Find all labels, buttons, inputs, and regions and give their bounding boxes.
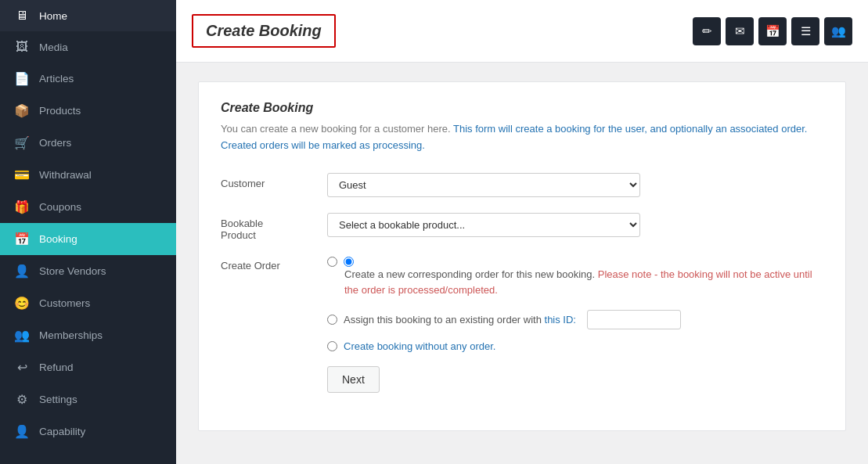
sidebar-item-label-withdrawal: Withdrawal: [39, 169, 92, 181]
content-heading: Create Booking: [221, 101, 823, 115]
topbar-icons: ✏ ✉ 📅 ☰ 👥: [693, 17, 852, 45]
sidebar-item-articles[interactable]: 📄 Articles: [0, 63, 176, 95]
home-icon: 🖥: [14, 9, 30, 23]
sidebar-item-store-vendors[interactable]: 👤 Store Vendors: [0, 255, 176, 287]
orders-icon: 🛒: [14, 135, 30, 150]
sidebar-item-label-booking: Booking: [39, 233, 77, 245]
description-start: You can create a new booking for a custo…: [221, 123, 453, 135]
sidebar-item-home[interactable]: 🖥 Home: [0, 0, 176, 31]
customer-control: Guest Existing Customer: [327, 173, 640, 197]
topbar-title-box: Create Booking: [192, 14, 336, 48]
sidebar-item-orders[interactable]: 🛒 Orders: [0, 127, 176, 159]
customer-label: Customer: [221, 173, 315, 189]
sidebar-item-coupons[interactable]: 🎁 Coupons: [0, 191, 176, 223]
radio-existing-order[interactable]: [327, 315, 337, 325]
sidebar-item-label-settings: Settings: [39, 394, 77, 405]
bookable-product-label: BookableProduct: [221, 213, 315, 241]
existing-order-id-input[interactable]: [587, 310, 681, 329]
products-icon: 📦: [14, 103, 30, 118]
order-options: Create a new corresponding order for thi…: [327, 257, 823, 394]
create-order-label: Create Order: [221, 257, 315, 394]
settings-icon: ⚙: [14, 392, 30, 407]
sidebar-item-label-orders: Orders: [39, 137, 71, 149]
sidebar-item-label-refund: Refund: [39, 361, 74, 373]
sidebar-item-label-customers: Customers: [39, 297, 90, 309]
users-icon-button[interactable]: 👥: [824, 17, 852, 45]
withdrawal-icon: 💳: [14, 167, 30, 182]
bookable-product-control: Select a bookable product...: [327, 213, 640, 237]
sidebar-item-memberships[interactable]: 👥 Memberships: [0, 319, 176, 351]
sidebar-item-refund[interactable]: ↩ Refund: [0, 351, 176, 383]
capability-icon: 👤: [14, 424, 30, 439]
refund-icon: ↩: [14, 360, 30, 375]
sidebar-item-settings[interactable]: ⚙ Settings: [0, 383, 176, 415]
customer-select[interactable]: Guest Existing Customer: [327, 173, 640, 197]
sidebar-item-booking[interactable]: 📅 Booking: [0, 223, 176, 255]
main-area: Create Booking ✏ ✉ 📅 ☰ 👥 Create Booking …: [176, 0, 868, 464]
edit-icon-button[interactable]: ✏: [693, 17, 721, 45]
radio-label-existing-order[interactable]: Assign this booking to an existing order…: [327, 310, 823, 329]
sidebar-item-withdrawal[interactable]: 💳 Withdrawal: [0, 159, 176, 191]
bookable-product-row: BookableProduct Select a bookable produc…: [221, 213, 823, 241]
radio-new-order[interactable]: [327, 257, 337, 267]
sidebar-item-products[interactable]: 📦 Products: [0, 95, 176, 127]
sidebar-item-label-products: Products: [39, 105, 81, 117]
sidebar-item-label-home: Home: [39, 10, 67, 22]
booking-icon: 📅: [14, 232, 30, 246]
store-vendors-icon: 👤: [14, 264, 30, 279]
sidebar: 🖥 Home 🖼 Media 📄 Articles 📦 Products 🛒 O…: [0, 0, 176, 464]
articles-icon: 📄: [14, 71, 30, 86]
sidebar-item-label-store-vendors: Store Vendors: [39, 265, 106, 277]
sidebar-item-customers[interactable]: 😊 Customers: [0, 287, 176, 319]
customers-icon: 😊: [14, 296, 30, 311]
order-option-none: Create booking without any order.: [327, 340, 823, 352]
calendar-icon-button[interactable]: 📅: [758, 17, 787, 45]
radio-label-new-order[interactable]: [327, 257, 823, 267]
sidebar-item-label-articles: Articles: [39, 73, 74, 85]
memberships-icon: 👥: [14, 328, 30, 343]
new-order-text: Create a new corresponding order for thi…: [344, 267, 823, 300]
sidebar-item-label-capability: Capability: [39, 426, 85, 437]
sidebar-item-label-media: Media: [39, 41, 68, 53]
order-option-new: Create a new corresponding order for thi…: [327, 257, 823, 300]
mail-icon-button[interactable]: ✉: [726, 17, 754, 45]
radio-label-no-order[interactable]: Create booking without any order.: [327, 340, 823, 352]
radio-new-order-input[interactable]: [344, 257, 354, 267]
sidebar-item-label-coupons: Coupons: [39, 201, 81, 213]
content-description: You can create a new booking for a custo…: [221, 121, 823, 154]
content-area: Create Booking You can create a new book…: [176, 63, 868, 464]
topbar-title: Create Booking: [206, 22, 322, 39]
no-order-text: Create booking without any order.: [344, 340, 495, 352]
radio-no-order[interactable]: [327, 341, 337, 351]
new-order-text-before: Create a new corresponding order for thi…: [344, 268, 598, 280]
existing-order-text: Assign this booking to an existing order…: [344, 314, 576, 326]
list-icon-button[interactable]: ☰: [791, 17, 819, 45]
next-button[interactable]: Next: [327, 366, 380, 393]
existing-order-id-label: this ID:: [545, 314, 576, 326]
bookable-product-select[interactable]: Select a bookable product...: [327, 213, 640, 237]
sidebar-item-label-memberships: Memberships: [39, 329, 103, 341]
media-icon: 🖼: [14, 40, 30, 54]
sidebar-item-capability[interactable]: 👤 Capability: [0, 415, 176, 448]
create-order-section: Create Order Create a new corresponding …: [221, 257, 823, 394]
coupons-icon: 🎁: [14, 200, 30, 214]
sidebar-item-media[interactable]: 🖼 Media: [0, 31, 176, 63]
content-card: Create Booking You can create a new book…: [198, 81, 846, 431]
topbar: Create Booking ✏ ✉ 📅 ☰ 👥: [176, 0, 868, 63]
order-option-existing: Assign this booking to an existing order…: [327, 310, 823, 329]
customer-row: Customer Guest Existing Customer: [221, 173, 823, 197]
